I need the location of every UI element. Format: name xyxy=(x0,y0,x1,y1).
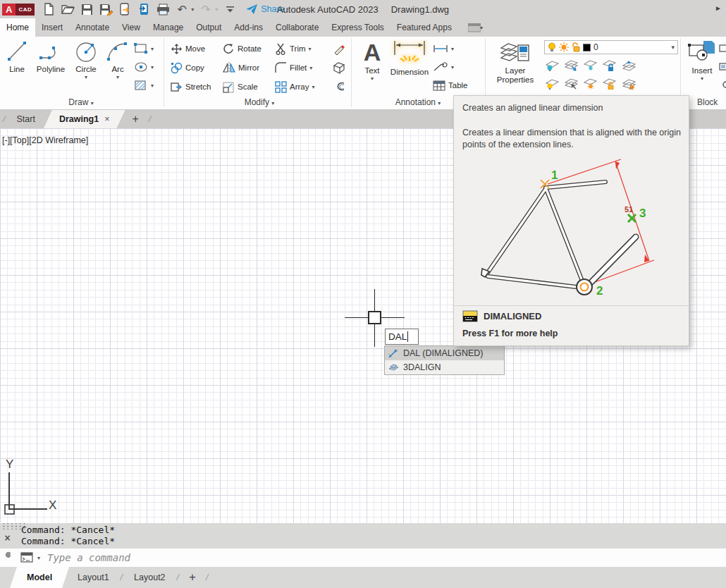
save-icon[interactable] xyxy=(80,2,94,16)
layer-off-icon[interactable] xyxy=(546,60,559,71)
layer-lock-icon[interactable] xyxy=(603,60,616,71)
undo-icon[interactable]: ↶ xyxy=(175,2,189,16)
mirror-button[interactable]: Mirror xyxy=(223,61,259,74)
array-caret-icon[interactable]: ▾ xyxy=(312,84,314,90)
arc-dropdown-caret-icon[interactable]: ▾ xyxy=(116,74,119,80)
customization-wrench-icon[interactable] xyxy=(2,551,15,564)
block-attach-button[interactable] xyxy=(719,79,726,92)
command-window-close-icon[interactable]: × xyxy=(4,532,11,544)
block-panel-label[interactable]: Block xyxy=(687,97,726,109)
dimension-style-caret-icon[interactable]: ▾ xyxy=(451,46,454,52)
fillet-button[interactable]: Fillet ▾ xyxy=(275,61,312,74)
explode-button[interactable] xyxy=(333,61,345,74)
stretch-button[interactable]: Stretch xyxy=(171,80,211,93)
text-button[interactable]: A Text ▾ xyxy=(357,39,388,82)
layout-tab-layout2[interactable]: Layout2 xyxy=(125,567,173,588)
circle-dropdown-caret-icon[interactable]: ▾ xyxy=(85,74,87,80)
titlebar-overflow-icon[interactable]: ► xyxy=(715,4,722,12)
block-define-button[interactable] xyxy=(719,61,726,73)
line-button[interactable]: Line xyxy=(3,39,31,73)
annotation-panel-label[interactable]: Annotation ▾ xyxy=(372,97,464,109)
viewport-controls[interactable]: [-][Top][2D Wireframe] xyxy=(2,135,88,145)
ucs-icon[interactable]: Y X xyxy=(0,453,67,523)
dimension-style-button[interactable]: ▾ xyxy=(433,42,454,55)
ribbon-display-toggle[interactable]: ▾ xyxy=(468,18,483,37)
undo-caret-icon[interactable]: ▾ xyxy=(191,6,194,13)
layer-unlock-tool-icon[interactable] xyxy=(603,78,616,90)
layer-freeze-icon[interactable] xyxy=(584,60,597,71)
new-file-icon[interactable] xyxy=(42,2,56,16)
leader-caret-icon[interactable]: ▾ xyxy=(451,64,454,71)
ribbon-tab-home[interactable]: Home xyxy=(0,18,35,37)
print-icon[interactable] xyxy=(156,2,170,16)
autocomplete-item-dimaligned[interactable]: DAL (DIMALIGNED) xyxy=(385,346,504,360)
ribbon-tab-annotate[interactable]: Annotate xyxy=(69,18,116,37)
qat-customize-icon[interactable] xyxy=(223,2,237,16)
arc-button[interactable]: Arc ▾ xyxy=(104,39,131,80)
hatch-button[interactable]: ▾ xyxy=(134,79,154,92)
layer-select[interactable]: 0 ▾ xyxy=(544,40,678,54)
layer-select-caret-icon[interactable]: ▾ xyxy=(671,44,675,51)
save-as-icon[interactable] xyxy=(99,2,113,16)
layer-on-icon[interactable] xyxy=(546,78,559,90)
layer-properties-button[interactable]: LayerProperties xyxy=(489,39,541,85)
ribbon-tab-express-tools[interactable]: Express Tools xyxy=(325,18,390,37)
rectangle-caret-icon[interactable]: ▾ xyxy=(151,46,154,52)
command-line-input-row[interactable]: ▾ Type a command xyxy=(0,549,726,567)
draw-panel-label[interactable]: Draw ▾ xyxy=(42,97,120,109)
rectangle-button[interactable]: ▾ xyxy=(134,42,154,55)
hatch-caret-icon[interactable]: ▾ xyxy=(151,82,154,89)
copy-button[interactable]: Copy xyxy=(171,61,204,74)
ribbon-tab-collaborate[interactable]: Collaborate xyxy=(269,18,325,37)
open-from-mobile-icon[interactable] xyxy=(137,2,151,16)
leader-button[interactable]: ▾ xyxy=(433,61,454,73)
text-caret-icon[interactable]: ▾ xyxy=(371,75,374,82)
layer-match-icon[interactable] xyxy=(622,78,636,90)
autocad-logo[interactable]: A CAD xyxy=(2,4,35,16)
ribbon-tab-featured-apps[interactable]: Featured Apps xyxy=(390,18,458,37)
recent-commands-icon[interactable] xyxy=(20,552,36,563)
layer-isolate-icon[interactable] xyxy=(565,60,578,71)
recent-commands-caret-icon[interactable]: ▾ xyxy=(37,555,40,561)
trim-button[interactable]: Trim ▾ xyxy=(275,42,312,55)
erase-button[interactable] xyxy=(333,42,345,55)
insert-block-button[interactable]: Insert ▾ xyxy=(686,39,718,82)
scale-button[interactable]: Scale xyxy=(223,80,258,93)
circle-button[interactable]: Circle ▾ xyxy=(70,39,101,80)
layer-thaw-icon[interactable] xyxy=(584,78,597,90)
ribbon-tab-output[interactable]: Output xyxy=(190,18,228,37)
new-drawing-tab-button[interactable]: + xyxy=(125,110,145,128)
move-button[interactable]: Move xyxy=(171,42,205,55)
save-to-mobile-icon[interactable] xyxy=(118,2,132,16)
ribbon-tab-insert[interactable]: Insert xyxy=(35,18,69,37)
polyline-button[interactable]: Polyline xyxy=(32,39,69,73)
trim-caret-icon[interactable]: ▾ xyxy=(309,46,312,52)
modify-panel-label[interactable]: Modify ▾ xyxy=(219,97,300,109)
layer-unisolate-icon[interactable] xyxy=(565,78,578,90)
fillet-caret-icon[interactable]: ▾ xyxy=(309,65,312,71)
dimension-button[interactable]: Dimension xyxy=(389,39,430,76)
rotate-button[interactable]: Rotate xyxy=(223,42,262,55)
layer-make-current-icon[interactable] xyxy=(622,60,636,71)
close-tab-icon[interactable]: × xyxy=(104,114,109,124)
ribbon-tab-addins[interactable]: Add-ins xyxy=(228,18,269,37)
layout-tab-layout1[interactable]: Layout1 xyxy=(69,567,117,588)
command-history[interactable]: :::::::::::: × Command: *Cancel* Command… xyxy=(0,523,726,549)
insert-caret-icon[interactable]: ▾ xyxy=(701,75,703,82)
table-button[interactable]: Table xyxy=(433,79,468,92)
layout-tab-model[interactable]: Model xyxy=(10,567,69,588)
share-button[interactable]: Share xyxy=(246,4,284,15)
ellipse-caret-icon[interactable]: ▾ xyxy=(151,64,154,71)
ribbon-tab-view[interactable]: View xyxy=(116,18,147,37)
file-tab-drawing1[interactable]: Drawing1 × xyxy=(44,110,125,128)
open-folder-icon[interactable] xyxy=(61,2,75,16)
array-button[interactable]: Array ▾ xyxy=(275,80,315,93)
autocomplete-item-3dalign[interactable]: 3DALIGN xyxy=(385,360,504,374)
block-edit-button[interactable] xyxy=(719,42,726,55)
dynamic-command-input[interactable]: DAL xyxy=(385,329,419,345)
ribbon-tab-manage[interactable]: Manage xyxy=(147,18,190,37)
new-layout-button[interactable]: + xyxy=(182,567,203,588)
ellipse-button[interactable]: ▾ xyxy=(134,61,154,73)
file-tab-start[interactable]: Start xyxy=(8,110,43,128)
overkill-button[interactable] xyxy=(333,80,345,93)
